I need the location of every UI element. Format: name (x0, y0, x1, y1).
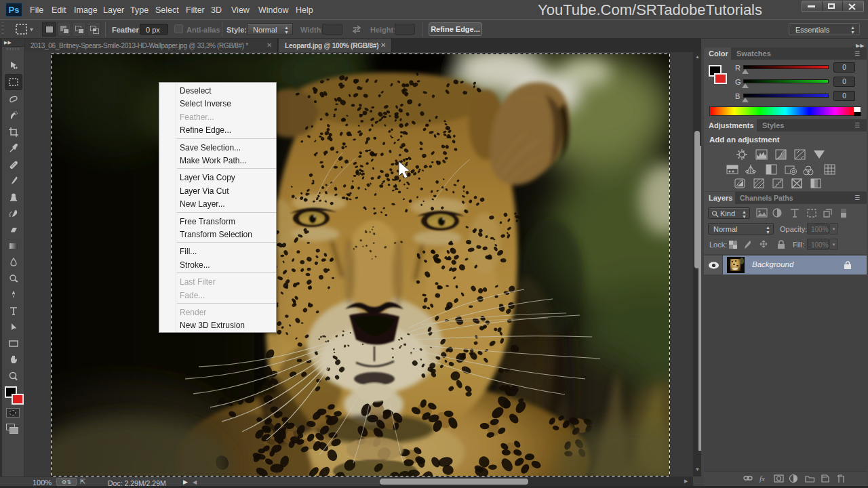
svg-text:fx: fx (760, 474, 765, 483)
